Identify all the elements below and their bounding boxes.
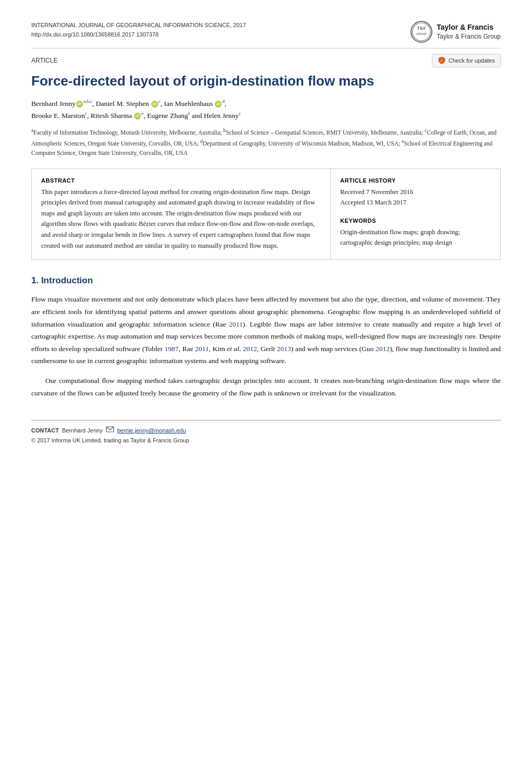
author7-name: Helen Jenny: [204, 112, 239, 119]
affiliations-block: aFaculty of Information Technology, Mona…: [31, 126, 501, 158]
footer-contact: CONTACT Bernhard Jenny bernie.jenny@mona…: [31, 426, 501, 436]
orcid-icon-5: iD: [134, 113, 141, 119]
shield-icon: ✓: [438, 56, 446, 65]
tf-logo-circle: T&F GROUP: [410, 21, 432, 43]
article-title: Force-directed layout of origin-destinat…: [31, 73, 501, 90]
author3-sup: d: [222, 99, 225, 104]
author1-name: Bernhard Jenny: [31, 99, 76, 107]
article-history-label: ARTICLE HISTORY: [340, 177, 491, 184]
svg-point-0: [413, 23, 430, 41]
author4-sup: c: [85, 111, 87, 116]
authors-block: Bernhard JennyiDa,b,c, Daniel M. Stephen…: [31, 98, 501, 122]
tf-group-name: Taylor & Francis Group: [437, 32, 501, 41]
article-label-row: ARTICLE ✓ Check for updates: [31, 54, 501, 67]
contact-name: Bernhard Jenny: [62, 426, 103, 436]
contact-label: CONTACT: [31, 426, 59, 436]
author5-name: Ritesh Sharma: [91, 112, 132, 119]
author7-sup: c: [239, 111, 241, 116]
journal-doi: http://dx.doi.org/10.1080/13658816.2017.…: [31, 30, 246, 40]
author2-name: Daniel M. Stephen: [96, 99, 149, 107]
article-label-text: ARTICLE: [31, 57, 57, 64]
journal-name: INTERNATIONAL JOURNAL OF GEOGRAPHICAL IN…: [31, 21, 246, 30]
ref-rae-2011[interactable]: 2011: [229, 320, 243, 328]
check-updates-button[interactable]: ✓ Check for updates: [432, 54, 501, 67]
author5-sup: e: [141, 111, 143, 116]
journal-header: INTERNATIONAL JOURNAL OF GEOGRAPHICAL IN…: [31, 21, 501, 49]
meta-column: ARTICLE HISTORY Received 7 November 2016…: [331, 169, 500, 260]
article-history-received: Received 7 November 2016: [340, 187, 491, 198]
article-history-accepted: Accepted 13 March 2017: [340, 197, 491, 208]
tf-logo-text: Taylor & Francis Taylor & Francis Group: [437, 22, 501, 41]
orcid-icon-1: iD: [76, 101, 83, 107]
check-updates-label: Check for updates: [449, 57, 495, 64]
author2-sup: c: [159, 99, 161, 104]
mail-icon: [106, 426, 114, 436]
ref-tobler-1987[interactable]: 1987: [165, 345, 179, 353]
abstract-meta-box: ABSTRACT This paper introduces a force-d…: [31, 169, 501, 260]
abstract-text: This paper introduces a force-directed l…: [41, 187, 321, 251]
tf-brand-name: Taylor & Francis: [437, 22, 501, 33]
contact-email[interactable]: bernie.jenny@monash.edu: [117, 426, 186, 436]
svg-text:GROUP: GROUP: [416, 32, 427, 35]
keywords-text: Origin-destination flow maps; graph draw…: [340, 227, 491, 248]
author6-name: Eugene Zhang: [147, 112, 188, 119]
keywords-label: KEYWORDS: [340, 218, 491, 224]
orcid-icon-3: iD: [215, 101, 222, 107]
abstract-label: ABSTRACT: [41, 177, 321, 184]
keywords-block: KEYWORDS Origin-destination flow maps; g…: [340, 218, 491, 248]
ref-gerlt-2013[interactable]: 2013: [277, 345, 291, 353]
footer-copyright: © 2017 Informa UK Limited, trading as Ta…: [31, 436, 501, 446]
author6-sup: e: [188, 111, 190, 116]
author4-name: Brooke E. Marston: [31, 112, 85, 119]
svg-text:T&F: T&F: [417, 26, 426, 31]
page-footer: CONTACT Bernhard Jenny bernie.jenny@mona…: [31, 420, 501, 445]
intro-paragraph-1: Flow maps visualize movement and not onl…: [31, 293, 501, 367]
author3-name: Ian Muehlenhaus: [164, 99, 213, 107]
section-1-heading: 1. Introduction: [31, 275, 501, 286]
ref-kim-2012[interactable]: 2012: [243, 345, 257, 353]
orcid-icon-2: iD: [151, 101, 158, 107]
svg-text:✓: ✓: [440, 59, 443, 63]
ref-rae-2011b[interactable]: 2011: [195, 345, 209, 353]
ref-guo-2012[interactable]: 2012: [376, 345, 390, 353]
author1-sup: a,b,c: [83, 99, 92, 104]
tf-logo: T&F GROUP Taylor & Francis Taylor & Fran…: [410, 21, 501, 43]
article-history-block: ARTICLE HISTORY Received 7 November 2016…: [340, 177, 491, 208]
journal-info: INTERNATIONAL JOURNAL OF GEOGRAPHICAL IN…: [31, 21, 246, 39]
intro-paragraph-2: Our computational flow mapping method ta…: [31, 375, 501, 399]
abstract-column: ABSTRACT This paper introduces a force-d…: [32, 169, 331, 260]
